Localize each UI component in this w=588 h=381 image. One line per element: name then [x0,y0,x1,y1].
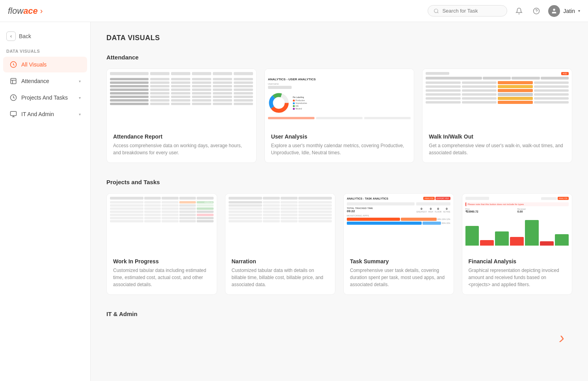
card-walk-in-out[interactable]: HOD [422,68,572,163]
it-admin-chevron-icon: ▾ [79,112,81,117]
card-thumbnail-task-summary: ANALYTICS - TASK ANALYTICS ANALYZE EXPOR… [344,194,454,253]
help-icon[interactable] [531,6,542,17]
card-desc-financial-analysis: Graphical representation depicting invoi… [469,267,566,288]
user-name: Jatin [563,8,575,14]
user-area[interactable]: Jatin ▾ [548,5,580,17]
search-input[interactable] [442,8,501,14]
card-title-wip: Work In Progress [113,258,210,264]
card-desc-narration: Customized tabular data with details on … [232,267,329,288]
all-visuals-icon [9,61,17,68]
card-desc-wip: Customized tabular data including estima… [113,267,210,288]
card-body-walk-in-out: Walk In/Walk Out Get a comprehensive vie… [422,128,572,163]
card-thumbnail-attendance-report [107,69,256,128]
attendance-chevron-icon: ▾ [79,79,81,83]
card-title-financial-analysis: Financial Analysis [469,258,566,264]
svg-line-1 [437,12,439,13]
sidebar: ‹ Back DATA VISUALS All Visuals Attendan… [0,22,91,381]
layout: ‹ Back DATA VISUALS All Visuals Attendan… [0,22,588,381]
card-thumbnail-user-analysis: ANALYTICS - USER ANALYTICS Username [265,69,414,128]
card-body-financial-analysis: Financial Analysis Graphical representat… [462,253,572,294]
card-user-analysis[interactable]: ANALYTICS - USER ANALYTICS Username [264,68,415,163]
card-desc-attendance-report: Access comprehensive data on working day… [113,142,250,156]
card-desc-user-analysis: Explore a user's monthly calendar metric… [271,142,408,156]
card-work-in-progress[interactable]: 43356.84 Work In Progress Customized tab… [106,193,217,295]
avatar [548,5,560,17]
card-title-attendance-report: Attendance Report [113,133,250,140]
section-attendance: Attendance [106,54,572,163]
back-label: Back [19,33,31,39]
main-content: DATA VISUALS Attendance [91,22,588,381]
section-it-admin: IT & Admin › [106,311,572,347]
card-desc-walk-in-out: Get a comprehensive view of user's walk-… [429,142,566,156]
sidebar-item-all-visuals[interactable]: All Visuals [3,57,87,72]
card-desc-task-summary: Comprehensive user task details, coverin… [350,267,447,288]
sidebar-item-attendance[interactable]: Attendance ▾ [3,73,87,89]
card-title-walk-in-out: Walk In/Walk Out [429,133,566,140]
sidebar-item-label-it-admin: IT And Admin [21,111,54,117]
notification-icon[interactable] [514,6,525,17]
projects-tasks-icon [9,94,17,102]
card-thumbnail-narration [225,194,335,253]
sidebar-item-label-projects: Projects And Tasks [21,94,68,101]
back-button[interactable]: ‹ Back [0,28,90,44]
user-dropdown-icon: ▾ [578,9,580,13]
card-title-task-summary: Task Summary [350,258,447,264]
sidebar-item-label-all-visuals: All Visuals [21,61,47,68]
sidebar-item-label-attendance: Attendance [21,78,49,84]
it-admin-icon [9,110,17,118]
search-bar[interactable] [428,5,507,17]
logo-chevron-icon: › [40,6,43,15]
card-thumbnail-wip: 43356.84 [107,194,217,253]
card-thumbnail-walk-in-out: HOD [422,69,572,128]
card-attendance-report[interactable]: Attendance Report Access comprehensive d… [106,68,257,163]
svg-point-0 [434,9,438,12]
section-projects-tasks: Projects and Tasks 43 [106,179,572,295]
card-financial-analysis[interactable]: ANALYZE Please note that this button doe… [462,193,573,295]
card-thumbnail-financial-analysis: ANALYZE Please note that this button doe… [462,194,572,253]
topnav-right: Jatin ▾ [428,5,580,17]
sidebar-item-projects-tasks[interactable]: Projects And Tasks ▾ [3,90,87,105]
search-icon [434,8,439,14]
page-title: DATA VISUALS [106,34,572,42]
section-title-attendance: Attendance [106,54,572,61]
card-body-task-summary: Task Summary Comprehensive user task det… [344,253,454,294]
card-task-summary[interactable]: ANALYTICS - TASK ANALYTICS ANALYZE EXPOR… [343,193,454,295]
card-body-user-analysis: User Analysis Explore a user's monthly c… [265,128,414,163]
card-title-user-analysis: User Analysis [271,133,408,140]
attendance-cards-grid: Attendance Report Access comprehensive d… [106,68,572,163]
card-body-narration: Narration Customized tabular data with d… [225,253,335,294]
sidebar-item-it-admin[interactable]: IT And Admin ▾ [3,106,87,122]
sidebar-section-label: DATA VISUALS [0,44,90,56]
card-title-narration: Narration [232,258,329,264]
card-body-wip: Work In Progress Customized tabular data… [107,253,217,294]
svg-rect-8 [11,111,17,116]
card-body-attendance-report: Attendance Report Access comprehensive d… [107,128,256,163]
svg-rect-6 [11,78,16,84]
section-title-it-admin: IT & Admin [106,311,572,317]
brand-chevron-icon: › [559,329,564,347]
attendance-icon [9,77,17,85]
projects-chevron-icon: ▾ [79,96,81,100]
card-narration[interactable]: Narration Customized tabular data with d… [225,193,336,295]
svg-point-4 [553,9,555,11]
section-title-projects: Projects and Tasks [106,179,572,185]
projects-cards-grid: 43356.84 Work In Progress Customized tab… [106,193,572,295]
topnav: flowace › Jatin ▾ [0,0,588,22]
logo[interactable]: flowace › [8,6,43,16]
back-arrow-icon: ‹ [6,31,16,41]
logo-text: flowace [8,6,38,16]
